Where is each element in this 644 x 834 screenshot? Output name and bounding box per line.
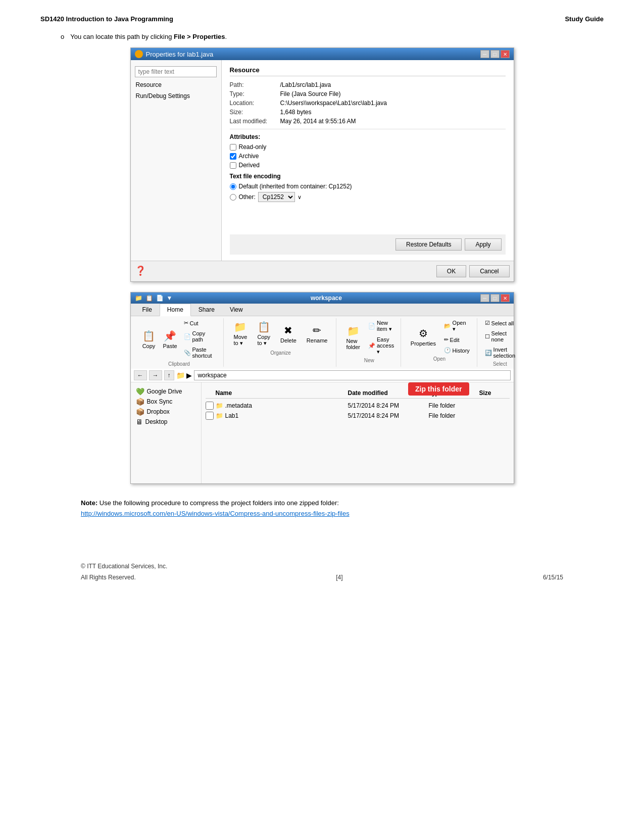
new-folder-icon: 📁 <box>347 325 360 337</box>
new-item-button[interactable]: 📄 New item ▾ <box>366 318 397 334</box>
sidebar-item-box-sync[interactable]: 📦 Box Sync <box>134 397 198 407</box>
restore-defaults-button[interactable]: Restore Defaults <box>395 238 462 251</box>
filter-input[interactable] <box>135 66 216 77</box>
other-encoding-row[interactable]: Other: Cp1252 ∨ <box>230 192 506 202</box>
copy-to-label: Copyto ▾ <box>257 334 270 347</box>
prop-path-row: Path: /Lab1/src/lab1.java <box>230 81 506 88</box>
zip-callout: Zip this folder <box>408 382 469 396</box>
copy-large-label: Copy <box>142 343 156 349</box>
prop-type-row: Type: File (Java Source File) <box>230 90 506 97</box>
explorer-main-area: 💚 Google Drive 📦 Box Sync 📦 Dropbox 🖥 De… <box>131 382 514 483</box>
dialog-bottom-buttons-right: Restore Defaults Apply <box>230 234 506 255</box>
dropbox-label: Dropbox <box>147 408 170 415</box>
note-link[interactable]: http://windows.microsoft.com/en-US/windo… <box>81 510 350 517</box>
rename-button[interactable]: ✏ Rename <box>302 322 332 346</box>
easy-access-icon: 📌 <box>368 342 375 349</box>
name-col-header: Name <box>216 389 348 397</box>
explorer-window-controls[interactable]: ─ □ ✕ <box>480 294 510 302</box>
forward-button[interactable]: → <box>149 370 162 380</box>
invert-selection-button[interactable]: 🔄 Invert selection <box>482 345 518 360</box>
nav-item-run-debug[interactable]: Run/Debug Settings <box>131 90 221 102</box>
derived-checkbox[interactable] <box>230 162 236 169</box>
explorer-close-button[interactable]: ✕ <box>501 294 510 302</box>
dialog-window-controls[interactable]: ─ □ ✕ <box>480 50 510 58</box>
tab-view[interactable]: View <box>222 304 251 316</box>
easy-access-label: Easy access ▾ <box>377 336 394 355</box>
paste-shortcut-button[interactable]: 📎 Paste shortcut <box>181 345 220 360</box>
copy-to-button[interactable]: 📋 Copyto ▾ <box>253 318 275 349</box>
footer-bottom-row: All Rights Reserved. [4] 6/15/15 <box>81 574 563 581</box>
copy-large-button[interactable]: 📋 Copy <box>139 327 159 352</box>
note-paragraph: Note: Use the following procedure to com… <box>81 499 563 507</box>
file-type-metadata: File folder <box>429 402 479 409</box>
archive-checkbox[interactable] <box>230 153 236 160</box>
properties-button[interactable]: ⚙ Properties <box>406 325 440 349</box>
explorer-titlebar: 📁 📋 📄 ▼ workspace ─ □ ✕ <box>131 292 514 304</box>
close-button[interactable]: ✕ <box>501 50 510 58</box>
prop-divider-1 <box>230 129 506 129</box>
up-button[interactable]: ↑ <box>164 370 174 380</box>
help-icon[interactable]: ❓ <box>135 265 146 277</box>
minimize-button[interactable]: ─ <box>480 50 489 58</box>
nav-item-resource[interactable]: Resource <box>131 79 221 90</box>
easy-access-button[interactable]: 📌 Easy access ▾ <box>366 335 397 357</box>
history-label: History <box>453 348 470 354</box>
copy-large-icon: 📋 <box>142 330 155 342</box>
explorer-sidebar: 💚 Google Drive 📦 Box Sync 📦 Dropbox 🖥 De… <box>131 382 202 483</box>
open-button[interactable]: 📂 Open ▾ <box>441 318 473 334</box>
new-group-label: New <box>364 358 374 363</box>
cut-icon: ✂ <box>184 320 188 326</box>
cut-small-button[interactable]: ✂ Cut <box>181 318 220 328</box>
sidebar-item-google-drive[interactable]: 💚 Google Drive <box>134 386 198 397</box>
new-group: 📁 New folder 📄 New item ▾ 📌 Easy access … <box>337 318 401 367</box>
path-value: /Lab1/src/lab1.java <box>280 81 331 88</box>
metadata-folder-icon: 📁 <box>216 402 223 409</box>
copy-path-icon: 📄 <box>184 333 191 340</box>
default-encoding-radio[interactable] <box>230 183 236 190</box>
archive-row[interactable]: Archive <box>230 153 506 160</box>
other-encoding-select[interactable]: Cp1252 <box>258 192 295 202</box>
dropbox-icon: 📦 <box>136 408 144 416</box>
delete-button[interactable]: ✖ Delete <box>276 322 301 346</box>
file-checkbox-lab1[interactable] <box>206 412 214 420</box>
maximize-button[interactable]: □ <box>490 50 500 58</box>
cancel-button[interactable]: Cancel <box>469 265 509 277</box>
apply-button[interactable]: Apply <box>465 238 501 251</box>
file-row-metadata[interactable]: 📁 .metadata 5/17/2014 8:24 PM File folde… <box>206 401 510 411</box>
open-buttons: ⚙ Properties 📂 Open ▾ ✏ Edit 🕐 History <box>406 318 472 355</box>
edit-button[interactable]: ✏ Edit <box>441 335 473 345</box>
open-group: ⚙ Properties 📂 Open ▾ ✏ Edit 🕐 History <box>402 318 477 367</box>
default-encoding-row[interactable]: Default (inherited from container: Cp125… <box>230 183 506 190</box>
file-row-lab1[interactable]: 📁 Lab1 5/17/2014 8:24 PM File folder <box>206 411 510 421</box>
sidebar-item-desktop[interactable]: 🖥 Desktop <box>134 417 198 427</box>
move-to-button[interactable]: 📁 Moveto ▾ <box>229 318 252 349</box>
other-encoding-radio[interactable] <box>230 194 236 201</box>
select-none-button[interactable]: ☐ Select none <box>482 329 518 344</box>
sidebar-item-dropbox[interactable]: 📦 Dropbox <box>134 407 198 417</box>
explorer-maximize-button[interactable]: □ <box>490 294 500 302</box>
derived-row[interactable]: Derived <box>230 162 506 169</box>
bullet-marker: o <box>61 33 64 40</box>
copy-to-icon: 📋 <box>258 321 270 333</box>
tab-home[interactable]: Home <box>160 304 191 316</box>
file-checkbox-metadata[interactable] <box>206 402 214 410</box>
footer-all-rights: All Rights Reserved. <box>81 574 136 581</box>
ok-button[interactable]: OK <box>436 265 466 277</box>
size-value: 1,648 bytes <box>280 109 312 116</box>
paste-large-button[interactable]: 📌 Paste <box>160 327 180 352</box>
select-all-icon: ☑ <box>485 320 490 326</box>
readonly-checkbox[interactable] <box>230 144 236 151</box>
back-button[interactable]: ← <box>134 370 147 380</box>
bullet-text: You can locate this path by clicking Fil… <box>70 33 227 40</box>
explorer-minimize-button[interactable]: ─ <box>480 294 489 302</box>
delete-label: Delete <box>280 337 296 344</box>
copy-path-button[interactable]: 📄 Copy path <box>181 329 220 344</box>
tab-share[interactable]: Share <box>191 304 222 316</box>
history-button[interactable]: 🕐 History <box>441 346 473 355</box>
prop-size-row: Size: 1,648 bytes <box>230 109 506 116</box>
address-path-input[interactable]: workspace <box>194 370 510 380</box>
readonly-row[interactable]: Read-only <box>230 143 506 151</box>
new-folder-button[interactable]: 📁 New folder <box>341 322 365 353</box>
tab-file[interactable]: File <box>135 304 160 316</box>
select-all-button[interactable]: ☑ Select all <box>482 318 518 328</box>
